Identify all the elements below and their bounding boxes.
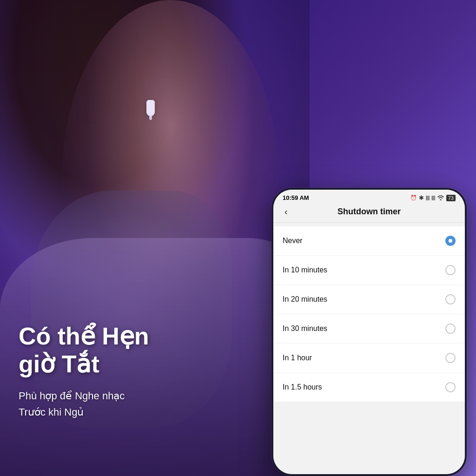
signal-icon2: ||||| — [431, 195, 435, 200]
alarm-icon: ⏰ — [410, 195, 417, 201]
radio-10min[interactable] — [445, 265, 456, 275]
radio-1hour[interactable] — [445, 353, 456, 363]
item-label-30min: In 30 minutes — [283, 324, 327, 333]
phone-mockup: 10:59 AM ⏰ ✱ ||||| ||||| 73 — [271, 188, 467, 476]
wifi-icon — [437, 195, 444, 201]
list-item[interactable]: Never — [273, 226, 465, 256]
earbud — [146, 100, 155, 116]
screen-title: Shutdown timer — [337, 207, 401, 217]
item-label-10min: In 10 minutes — [283, 266, 327, 274]
radio-1-5hours[interactable] — [445, 382, 456, 392]
status-bar: 10:59 AM ⏰ ✱ ||||| ||||| 73 — [273, 190, 465, 203]
item-label-never: Never — [283, 237, 303, 245]
item-label-1-5hours: In 1.5 hours — [283, 383, 322, 391]
radio-30min[interactable] — [445, 324, 456, 334]
subtitle: Phù hợp để Nghe nhạc Trước khi Ngủ — [19, 388, 149, 420]
list-item[interactable]: In 20 minutes — [273, 285, 465, 314]
signal-icon1: ||||| — [426, 195, 430, 200]
shutdown-timer-list: Never In 10 minutes In 20 minutes In 30 … — [273, 223, 465, 474]
back-button[interactable]: ‹ — [281, 205, 291, 219]
phone-screen: 10:59 AM ⏰ ✱ ||||| ||||| 73 — [273, 190, 465, 474]
subtitle-line1: Phù hợp để Nghe nhạc — [19, 388, 149, 404]
bluetooth-icon: ✱ — [419, 194, 424, 201]
status-icons: ⏰ ✱ ||||| ||||| 73 — [410, 194, 456, 201]
app-header: ‹ Shutdown timer — [273, 203, 465, 223]
item-label-1hour: In 1 hour — [283, 354, 312, 362]
phone-frame: 10:59 AM ⏰ ✱ ||||| ||||| 73 — [271, 188, 467, 476]
list-item[interactable]: In 30 minutes — [273, 314, 465, 344]
list-item[interactable]: In 1 hour — [273, 344, 465, 373]
main-title: Có thể Hẹn giờ Tắt — [19, 323, 149, 378]
subtitle-line2: Trước khi Ngủ — [19, 404, 149, 420]
battery-icon: 73 — [446, 195, 456, 201]
list-item[interactable]: In 1.5 hours — [273, 373, 465, 402]
radio-20min[interactable] — [445, 294, 456, 304]
text-overlay: Có thể Hẹn giờ Tắt Phù hợp để Nghe nhạc … — [19, 323, 149, 420]
status-time: 10:59 AM — [283, 194, 309, 201]
radio-never[interactable] — [445, 236, 456, 246]
list-item[interactable]: In 10 minutes — [273, 256, 465, 285]
item-label-20min: In 20 minutes — [283, 295, 327, 304]
